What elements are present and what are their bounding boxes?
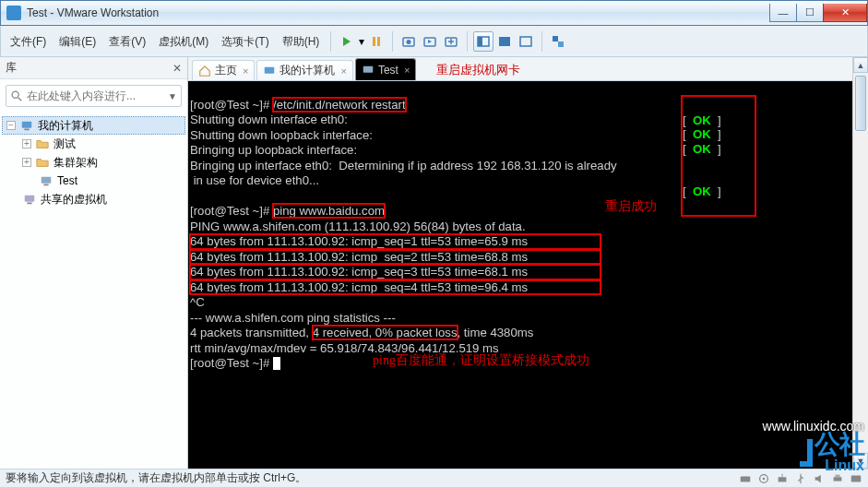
svg-rect-27	[834, 477, 842, 481]
term-line: 64 bytes from 111.13.100.92: icmp_seq=1 …	[190, 234, 600, 248]
tab-label: 我的计算机	[279, 63, 335, 78]
snapshot-manage-button[interactable]	[441, 31, 461, 52]
svg-rect-18	[25, 196, 35, 202]
app-icon	[6, 6, 21, 20]
power-on-caret[interactable]: ▾	[358, 31, 364, 52]
svg-rect-9	[520, 37, 531, 46]
tree-item-label: 集群架构	[54, 155, 98, 171]
annotation-ok: 重启成功	[605, 199, 657, 214]
sidebar-close-icon[interactable]: ✕	[172, 62, 182, 75]
library-search[interactable]: ▼	[6, 85, 182, 107]
sidebar-header: 库 ✕	[0, 57, 187, 79]
scroll-down-icon[interactable]: ▼	[853, 453, 868, 469]
tab-test-vm[interactable]: Test ×	[355, 58, 416, 80]
svg-point-12	[12, 91, 18, 98]
menu-edit[interactable]: 编辑(E)	[54, 30, 101, 53]
shared-icon	[22, 192, 37, 207]
main-pane: 主页 × 我的计算机 × Test × 重启虚拟机网卡 [root@Test ~…	[188, 57, 868, 469]
term-line: Bringing up loopback interface:	[190, 143, 357, 157]
view-console-button[interactable]	[494, 31, 515, 52]
annotation-ping: ping百度能通，证明设置桥接模式成功	[373, 353, 589, 368]
tab-my-computer[interactable]: 我的计算机 ×	[256, 60, 352, 80]
computer-icon	[263, 65, 276, 77]
power-on-button[interactable]	[337, 31, 357, 52]
scroll-thumb[interactable]	[855, 76, 866, 131]
term-line	[190, 189, 194, 203]
term-line: --- www.a.shifen.com ping statistics ---	[190, 311, 396, 325]
menu-file[interactable]: 文件(F)	[5, 30, 52, 53]
search-icon	[10, 89, 23, 102]
term-line: Shutting down loopback interface:	[190, 128, 373, 142]
tree-shared-label: 共享的虚拟机	[41, 192, 107, 208]
view-fullscreen-button[interactable]	[516, 31, 536, 52]
svg-rect-28	[835, 474, 839, 477]
svg-rect-17	[43, 184, 48, 186]
menu-view[interactable]: 查看(V)	[103, 30, 151, 53]
view-thumbnail-button[interactable]	[473, 31, 493, 52]
tree-folder-cluster[interactable]: + 集群架构	[2, 153, 185, 172]
tree-toggle-icon[interactable]: −	[6, 121, 16, 130]
tree-toggle-icon[interactable]: +	[22, 158, 31, 167]
svg-rect-29	[851, 475, 862, 481]
svg-line-13	[18, 98, 22, 101]
menu-vm[interactable]: 虚拟机(M)	[153, 30, 214, 53]
term-line: PING www.a.shifen.com (111.13.100.92) 56…	[190, 220, 526, 233]
tab-close-icon[interactable]: ×	[340, 65, 346, 77]
folder-icon	[35, 137, 50, 151]
window-titlebar: Test - VMware Workstation — ☐ ✕	[0, 0, 868, 26]
sound-icon[interactable]	[813, 472, 826, 485]
term-line: Bringing up interface eth0: Determining …	[190, 159, 617, 172]
svg-rect-0	[373, 37, 375, 46]
term-line: Shutting down interface eth0:	[190, 113, 348, 126]
tree-folder-test-cn[interactable]: + 测试	[2, 135, 185, 153]
printer-icon[interactable]	[831, 472, 844, 485]
tree-my-computer[interactable]: − 我的计算机	[2, 116, 185, 135]
network-icon[interactable]	[776, 472, 789, 485]
tab-label: 主页	[215, 63, 237, 78]
minimize-button[interactable]: —	[769, 4, 797, 22]
ok-status-box: [ OK ] [ OK ] [ OK ] [ OK ]	[683, 97, 755, 215]
menubar: 文件(F) 编辑(E) 查看(V) 虚拟机(M) 选项卡(T) 帮助(H) ▾	[0, 26, 868, 57]
snapshot-revert-button[interactable]	[420, 31, 440, 52]
tab-home[interactable]: 主页 ×	[192, 60, 255, 80]
library-tree: − 我的计算机 + 测试 + 集群架构 Test 共享的虚拟机	[0, 113, 187, 469]
menu-help[interactable]: 帮助(H)	[277, 30, 326, 53]
svg-rect-10	[553, 36, 558, 42]
term-line: [root@Test ~]#	[190, 356, 280, 370]
svg-rect-19	[27, 203, 31, 205]
usb-icon[interactable]	[794, 472, 807, 485]
tree-toggle-icon[interactable]: +	[22, 139, 31, 148]
search-caret-icon[interactable]: ▼	[168, 91, 177, 101]
tab-close-icon[interactable]: ×	[243, 65, 248, 77]
status-text: 要将输入定向到该虚拟机，请在虚拟机内部单击或按 Ctrl+G。	[6, 470, 306, 486]
tab-close-icon[interactable]: ×	[404, 65, 410, 76]
term-line: in use for device eth0...	[190, 173, 319, 187]
search-input[interactable]	[27, 89, 168, 102]
vertical-scrollbar[interactable]: ▲ ▼	[852, 57, 868, 469]
hdd-icon[interactable]	[739, 472, 752, 485]
maximize-button[interactable]: ☐	[796, 4, 824, 22]
vm-console[interactable]: [root@Test ~]# /etc/init.d/network resta…	[188, 81, 868, 469]
scroll-up-icon[interactable]: ▲	[853, 57, 868, 73]
term-line: [root@Test ~]# /etc/init.d/network resta…	[190, 98, 406, 112]
svg-rect-22	[741, 476, 751, 481]
message-icon[interactable]	[850, 472, 862, 485]
snapshot-button[interactable]	[398, 31, 419, 52]
vm-icon	[39, 173, 54, 188]
tree-shared-vms[interactable]: 共享的虚拟机	[2, 190, 185, 208]
term-line: 64 bytes from 111.13.100.92: icmp_seq=2 …	[190, 250, 600, 264]
tree-root-label: 我的计算机	[38, 118, 93, 134]
folder-icon	[35, 155, 50, 170]
menu-tabs[interactable]: 选项卡(T)	[216, 30, 274, 53]
close-button[interactable]: ✕	[823, 4, 867, 22]
term-line: [root@Test ~]# ping www.baidu.com	[190, 204, 385, 218]
tree-vm-test[interactable]: Test	[2, 172, 185, 190]
unity-button[interactable]	[548, 31, 568, 52]
svg-rect-25	[779, 477, 787, 481]
svg-rect-11	[558, 42, 564, 47]
cd-icon[interactable]	[757, 472, 770, 485]
pause-button[interactable]	[366, 31, 386, 52]
svg-rect-21	[363, 65, 374, 72]
vm-icon	[362, 64, 375, 77]
term-line: 64 bytes from 111.13.100.92: icmp_seq=4 …	[190, 280, 600, 294]
